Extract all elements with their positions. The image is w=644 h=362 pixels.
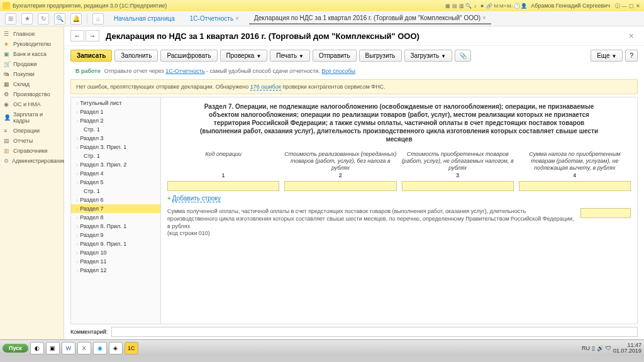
taskbar-app-icon[interactable]: ◈ — [109, 342, 123, 354]
nav-section-item[interactable]: Раздел 3 — [71, 134, 160, 143]
input-line-010[interactable] — [580, 208, 631, 218]
nav-section-item[interactable]: Раздел 12 — [71, 266, 160, 275]
input-col-3[interactable] — [402, 181, 514, 191]
clock-icon[interactable]: 🕐 — [513, 3, 520, 9]
tray-sound-icon[interactable]: 🔊 — [597, 345, 604, 351]
save-button[interactable]: Записать — [70, 50, 112, 62]
sidebar-item-purchases[interactable]: Покупки — [0, 69, 64, 79]
nav-section-item[interactable]: Раздел 3. Прил. 2 — [71, 160, 160, 169]
nav-section-item[interactable]: Раздел 8. Прил. 1 — [71, 222, 160, 231]
m-minus-icon[interactable]: M- — [506, 3, 513, 9]
tab-home[interactable]: Начальная страница — [109, 13, 180, 24]
tab-close-icon[interactable]: × — [482, 14, 486, 21]
nav-section-item[interactable]: Раздел 10 — [71, 248, 160, 257]
fill-button[interactable]: Заполнить — [114, 50, 158, 62]
upload-button[interactable]: Выгрузить — [359, 50, 402, 62]
link-1c-reporting[interactable]: 1С-Отчетность — [165, 68, 204, 74]
print-button[interactable]: Печать▼ — [270, 50, 310, 62]
bell-icon[interactable]: ♪ — [472, 3, 479, 9]
download-button[interactable]: Загрузить▼ — [404, 50, 453, 62]
os-taskbar: Пуск ◐ ▣ W X ◉ ◈ 1C RU ▯ 🔊 🛡 11:47 01.07… — [0, 339, 644, 356]
history-icon[interactable]: ↻ — [38, 13, 49, 25]
sidebar-item-admin[interactable]: Администрирование — [0, 156, 64, 166]
sidebar-item-operations[interactable]: Операции — [0, 126, 64, 136]
search-icon[interactable]: 🔍 — [465, 3, 472, 9]
tab-close-icon[interactable]: × — [235, 15, 239, 22]
calendar-icon[interactable]: ▥ — [458, 3, 465, 9]
nav-section-item[interactable]: Раздел 3. Прил. 1 — [71, 143, 160, 151]
link-errors[interactable]: 176 ошибок — [250, 84, 281, 90]
sidebar-item-main[interactable]: Главное — [0, 29, 64, 39]
sidebar-item-salary[interactable]: Зарплата и кадры — [0, 109, 64, 126]
nav-section-item[interactable]: Стр. 1 — [71, 187, 160, 195]
nav-section-item[interactable]: Раздел 5 — [71, 178, 160, 187]
nav-section-item[interactable]: Раздел 9. Прил. 1 — [71, 239, 160, 248]
status-tag: В работе — [75, 68, 101, 74]
taskbar-excel-icon[interactable]: X — [77, 342, 91, 354]
input-col-2[interactable] — [284, 181, 396, 191]
decrypt-button[interactable]: Расшифровать — [160, 50, 217, 62]
nav-section-item[interactable]: Раздел 6 — [71, 195, 160, 204]
apps-grid-icon[interactable]: ⊞ — [5, 13, 16, 25]
link-icon[interactable]: 🔗 — [486, 3, 492, 9]
tray-shield-icon[interactable]: 🛡 — [606, 345, 611, 351]
taskbar-explorer-icon[interactable]: ▣ — [46, 342, 60, 354]
toolbar: Записать Заполнить Расшифровать Проверка… — [64, 46, 644, 65]
help-button[interactable]: ? — [625, 50, 638, 62]
sidebar-item-bank[interactable]: Банк и касса — [0, 49, 64, 59]
bell-nav-icon[interactable]: 🔔 — [70, 13, 82, 25]
nav-section-item[interactable]: Раздел 9 — [71, 231, 160, 239]
comment-input[interactable] — [111, 327, 638, 337]
user-icon[interactable]: 👤 — [520, 3, 527, 9]
sidebar-item-os[interactable]: ОС и НМА — [0, 99, 64, 109]
sidebar-item-sales[interactable]: Продажи — [0, 59, 64, 69]
nav-section-item[interactable]: Раздел 2 — [71, 116, 160, 125]
nav-section-item[interactable]: Раздел 1 — [71, 107, 160, 116]
nav-section-item[interactable]: Стр. 1 — [71, 125, 160, 134]
sidebar-item-warehouse[interactable]: Склад — [0, 79, 64, 89]
taskbar-1c-icon[interactable]: 1C — [125, 342, 138, 354]
tab-declaration[interactable]: Декларация по НДС за 1 квартал 2016 г. (… — [249, 13, 491, 25]
forward-button[interactable]: → — [86, 30, 99, 41]
nav-section-item[interactable]: Раздел 11 — [71, 257, 160, 266]
back-button[interactable]: ← — [70, 30, 84, 41]
lang-indicator[interactable]: RU — [582, 345, 590, 351]
tab-reporting[interactable]: 1С-Отчетность× — [185, 13, 244, 24]
calc-icon[interactable]: ▤ — [451, 3, 458, 9]
home-icon[interactable]: ⌂ — [92, 13, 104, 25]
close-icon[interactable]: ✕ — [635, 3, 641, 9]
add-row-link[interactable]: Добавить строку — [172, 195, 221, 202]
input-col-1[interactable] — [167, 181, 279, 191]
nav-section-item[interactable]: Титульный лист — [71, 99, 160, 107]
taskbar-word-icon[interactable]: W — [62, 342, 75, 354]
sidebar-item-refs[interactable]: Справочники — [0, 146, 64, 156]
minimize-icon[interactable]: — — [621, 3, 628, 9]
fav-star-icon[interactable]: ★ — [21, 13, 33, 25]
sidebar-item-manager[interactable]: Руководителю — [0, 39, 64, 49]
m-icon[interactable]: M — [492, 3, 499, 9]
nav-section-item[interactable]: Раздел 4 — [71, 169, 160, 178]
tray-flag-icon[interactable]: ▯ — [592, 345, 595, 351]
grid-icon[interactable]: ▦ — [444, 3, 451, 9]
more-button[interactable]: Еще▼ — [591, 50, 623, 62]
start-button[interactable]: Пуск — [3, 344, 28, 353]
check-button[interactable]: Проверка▼ — [220, 50, 268, 62]
link-all-methods[interactable]: Все способы — [321, 68, 355, 74]
page-close-icon[interactable]: × — [625, 31, 638, 41]
send-button[interactable]: Отправить — [313, 50, 357, 62]
m-plus-icon[interactable]: M+ — [499, 3, 506, 9]
taskbar-teamviewer-icon[interactable]: ◉ — [93, 342, 107, 354]
star-icon[interactable]: ★ — [479, 3, 486, 9]
input-col-4[interactable] — [519, 181, 631, 191]
attach-button[interactable]: 📎 — [455, 50, 471, 62]
sidebar-item-reports[interactable]: Отчеты — [0, 136, 64, 146]
search-nav-icon[interactable]: 🔍 — [54, 13, 65, 25]
maximize-icon[interactable]: ▢ — [628, 3, 635, 9]
nav-section-item[interactable]: Раздел 7 — [71, 204, 160, 213]
info-icon[interactable]: ⓘ — [614, 3, 621, 9]
nav-section-item[interactable]: Раздел 8 — [71, 213, 160, 222]
tray-clock[interactable]: 11:47 01.07.2019 — [613, 343, 641, 354]
nav-section-item[interactable]: Стр. 1 — [71, 151, 160, 160]
taskbar-browser-icon[interactable]: ◐ — [30, 342, 44, 354]
sidebar-item-production[interactable]: Производство — [0, 89, 64, 99]
